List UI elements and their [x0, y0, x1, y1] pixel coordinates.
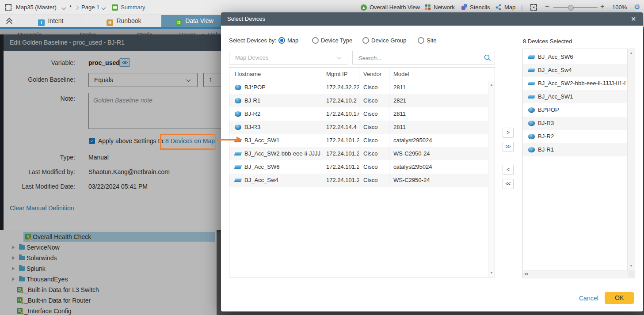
tab-runbook[interactable]: RRunbook: [87, 15, 161, 27]
page-selector[interactable]: Page 1: [81, 4, 99, 11]
tab-intent[interactable]: IIntent: [15, 15, 87, 27]
move-right-button[interactable]: >: [503, 128, 514, 138]
hostname-cell: BJ_Acc_Sw4: [244, 174, 278, 187]
move-all-left-button[interactable]: <<: [503, 179, 514, 189]
vendor-cell: Cisco: [359, 121, 389, 134]
collapse-panel-button[interactable]: [4, 16, 15, 27]
network-button[interactable]: Network: [434, 4, 455, 11]
chevron-down-icon[interactable]: [101, 5, 106, 11]
list-vertical-scrollbar[interactable]: ▲ ▼: [627, 49, 635, 270]
model-cell: 2821: [389, 94, 488, 107]
annotation-arrow-head: [236, 137, 242, 143]
device-name: BJ-R3: [538, 117, 625, 130]
mgmt-ip-cell: 172.24.101.24: [322, 174, 359, 187]
model-cell: 2811: [389, 121, 488, 134]
zoom-slider[interactable]: [553, 7, 598, 8]
vendor-cell: Cisco: [359, 174, 389, 187]
scroll-right-icon[interactable]: ▶: [523, 271, 529, 277]
selected-device-item[interactable]: BJ_Acc_SW1: [523, 90, 627, 103]
list-horizontal-scrollbar[interactable]: ◀ ▶: [523, 270, 628, 278]
move-left-button[interactable]: <: [503, 165, 514, 175]
fullscreen-icon[interactable]: [5, 4, 11, 11]
overall-health-view-button[interactable]: Overall Health View: [370, 4, 420, 11]
selected-device-item[interactable]: BJ*POP: [523, 103, 627, 117]
select-devices-by-label: Select Devices by:: [229, 37, 276, 44]
model-cell: catalyst295024: [389, 160, 488, 174]
stencils-button[interactable]: Stencils: [470, 4, 490, 11]
hostname-cell: BJ_Acc_SW6: [244, 160, 279, 174]
radio-device-group[interactable]: [362, 37, 369, 44]
router-icon: [528, 107, 535, 112]
settings-gear-icon[interactable]: ⚙: [634, 3, 640, 11]
map-nodes-icon[interactable]: [495, 4, 502, 12]
chevron-down-icon[interactable]: [61, 5, 66, 11]
chevron-down-icon: [337, 55, 342, 60]
table-row[interactable]: BJ-R1 172.24.10.2 Cisco 2821: [229, 94, 488, 108]
selected-device-item[interactable]: BJ_Acc_SW6: [523, 50, 627, 64]
zoom-in-button[interactable]: +: [600, 3, 604, 11]
search-input[interactable]: [353, 51, 488, 65]
zoom-out-button[interactable]: −: [545, 3, 549, 11]
radio-device-type-label[interactable]: Device Type: [321, 37, 352, 44]
col-model: Model: [389, 68, 488, 81]
map-devices-dropdown[interactable]: Map Devices: [229, 51, 348, 65]
fit-to-screen-icon[interactable]: [530, 4, 537, 11]
router-icon: [235, 98, 241, 103]
modified-star: *: [69, 4, 72, 11]
selected-device-item[interactable]: BJ-R2: [523, 130, 627, 143]
hostname-cell: BJ_Acc_SW2-bbb-eee-ii-JJJJ-II1-NNNN...: [244, 147, 322, 160]
switch-icon: [528, 55, 536, 59]
selected-device-item[interactable]: BJ_Acc_Sw4: [523, 64, 627, 77]
router-icon: [528, 147, 535, 152]
device-table: Hostname Mgmt IP Vendor Model BJ*POP 172…: [229, 67, 495, 277]
map-button[interactable]: Map: [504, 4, 515, 11]
breadcrumb-chevron-icon: [74, 5, 79, 11]
device-name: BJ_Acc_SW6: [538, 50, 625, 64]
table-row[interactable]: BJ_Acc_SW6 172.24.101.26 Cisco catalyst2…: [229, 160, 488, 174]
table-row[interactable]: BJ-R3 172.24.14.4 Cisco 2811: [229, 121, 488, 134]
table-vertical-scrollbar[interactable]: ▲ ▼: [488, 81, 495, 277]
device-name: BJ_Acc_SW2-bbb-eee-ii-JJJJ-II1-NNN...: [538, 77, 625, 90]
table-row[interactable]: BJ*POP 172.24.32.225 Cisco 2811: [229, 81, 488, 95]
stencils-icon[interactable]: [461, 4, 468, 10]
table-row[interactable]: BJ_Acc_SW2-bbb-eee-ii-JJJJ-II1-NNNN... 1…: [229, 147, 488, 161]
table-row[interactable]: BJ_Acc_SW1 172.24.101.21 Cisco catalyst2…: [229, 134, 488, 148]
selected-device-item[interactable]: BJ-R1: [523, 143, 627, 156]
summary-icon[interactable]: [112, 4, 118, 11]
radio-device-group-label[interactable]: Device Group: [371, 37, 406, 44]
radio-site[interactable]: [418, 37, 424, 44]
switch-icon: [528, 82, 536, 85]
hostname-cell: BJ_Acc_SW1: [244, 134, 279, 147]
scroll-down-icon[interactable]: ▼: [628, 263, 634, 269]
vendor-cell: Cisco: [359, 160, 389, 174]
device-name: BJ_Acc_SW1: [538, 90, 625, 103]
scroll-up-icon[interactable]: ▲: [488, 82, 495, 88]
cancel-button[interactable]: Cancel: [579, 295, 598, 302]
radio-device-type[interactable]: [312, 37, 319, 44]
scroll-down-icon[interactable]: ▼: [488, 270, 495, 276]
zoom-slider-handle[interactable]: [568, 5, 574, 11]
overall-health-icon[interactable]: [361, 4, 367, 11]
radio-map-label[interactable]: Map: [287, 37, 298, 44]
map-title[interactable]: Map35 (Master): [16, 4, 57, 11]
table-row[interactable]: BJ-R2 172.24.10.17 Cisco 2811: [229, 107, 488, 121]
close-icon[interactable]: ✕: [628, 12, 639, 26]
mgmt-ip-cell: 172.24.10.17: [322, 107, 359, 121]
vendor-cell: Cisco: [359, 147, 389, 160]
selected-device-item[interactable]: BJ-R3: [523, 117, 627, 130]
selected-device-item[interactable]: BJ_Acc_SW2-bbb-eee-ii-JJJJ-II1-NNN...: [523, 77, 627, 90]
search-icon[interactable]: [484, 54, 491, 63]
device-name: BJ-R2: [538, 130, 625, 143]
radio-site-label[interactable]: Site: [427, 37, 436, 44]
move-all-right-button[interactable]: >>: [503, 142, 514, 152]
radio-map[interactable]: [278, 37, 285, 44]
mgmt-ip-cell: 172.24.101.22: [322, 147, 359, 160]
network-icon[interactable]: [425, 4, 431, 10]
table-row[interactable]: BJ_Acc_Sw4 172.24.101.24 Cisco WS-C2950-…: [229, 174, 488, 187]
vendor-cell: Cisco: [359, 94, 389, 107]
scroll-up-icon[interactable]: ▲: [628, 50, 634, 56]
hostname-cell: BJ-R1: [244, 94, 260, 107]
summary-button[interactable]: Summary: [121, 4, 145, 11]
hostname-cell: BJ-R2: [244, 107, 260, 121]
ok-button[interactable]: OK: [605, 292, 634, 304]
